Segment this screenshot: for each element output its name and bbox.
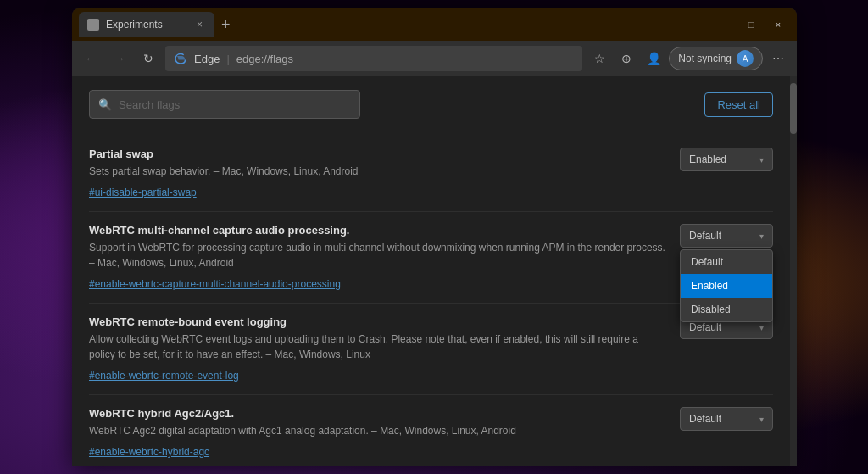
close-button[interactable]: ×: [766, 15, 790, 34]
flag-control: Default ▾ Default Enabled Disabled: [680, 224, 773, 248]
flag-item: Partial swap Sets partial swap behavior.…: [89, 136, 773, 212]
chevron-down-icon: ▾: [760, 415, 764, 424]
favorites-icon[interactable]: ☆: [587, 47, 611, 70]
maximize-button[interactable]: □: [739, 15, 763, 34]
address-separator: |: [226, 53, 229, 65]
reset-all-button[interactable]: Reset all: [704, 92, 773, 117]
flag-info: WebRTC hybrid Agc2/Agc1. WebRTC Agc2 dig…: [89, 407, 666, 459]
sync-button-label: Not syncing: [678, 53, 732, 64]
flag-link[interactable]: #enable-webrtc-remote-event-log: [89, 370, 239, 382]
flag-info: WebRTC remote-bound event logging Allow …: [89, 315, 666, 382]
chevron-down-icon: ▾: [760, 323, 764, 332]
flag-name: WebRTC remote-bound event logging: [89, 315, 666, 328]
select-value: Default: [689, 413, 753, 425]
navigation-bar: ← → ↻ Edge | edge://flags ☆ ⊕ 👤 Not sync…: [72, 41, 797, 76]
settings-more-button[interactable]: ⋯: [766, 47, 790, 70]
tab-title: Experiments: [106, 19, 186, 31]
refresh-button[interactable]: ↻: [136, 47, 160, 70]
tab-close-button[interactable]: ×: [193, 17, 206, 32]
flag-desc: WebRTC Agc2 digital adaptation with Agc1…: [89, 423, 666, 438]
flag-select-button[interactable]: Default ▾: [680, 407, 773, 431]
address-url: edge://flags: [236, 53, 293, 65]
scrollbar-track: [790, 76, 797, 466]
flag-link[interactable]: #enable-webrtc-capture-multi-channel-aud…: [89, 278, 341, 290]
active-tab[interactable]: Experiments ×: [79, 12, 214, 37]
flag-link[interactable]: #enable-webrtc-hybrid-agc: [89, 446, 209, 458]
flag-select-button[interactable]: Default ▾: [680, 224, 773, 248]
scrollbar-thumb[interactable]: [790, 83, 797, 134]
edge-logo-icon: [174, 52, 187, 65]
flag-name: WebRTC multi-channel capture audio proce…: [89, 224, 666, 237]
select-value: Default: [689, 321, 753, 333]
select-value: Default: [689, 230, 753, 242]
flag-desc: Allow collecting WebRTC event logs and u…: [89, 332, 666, 362]
search-wrapper: 🔍: [89, 90, 360, 119]
select-value: Enabled: [689, 153, 753, 165]
flag-select-button[interactable]: Enabled ▾: [680, 148, 773, 171]
profile-icon[interactable]: 👤: [642, 47, 665, 70]
flag-control: Enabled ▾: [680, 148, 773, 171]
flag-desc: Support in WebRTC for processing capture…: [89, 240, 666, 270]
flag-desc: Sets partial swap behavior. – Mac, Windo…: [89, 164, 666, 179]
flag-name: Partial swap: [89, 148, 666, 160]
flag-info: WebRTC multi-channel capture audio proce…: [89, 224, 666, 291]
nav-icons: ☆ ⊕ 👤 Not syncing A ⋯: [587, 47, 790, 70]
dropdown-option-enabled[interactable]: Enabled: [681, 274, 772, 298]
browser-brand: Edge: [194, 53, 220, 65]
minimize-button[interactable]: −: [712, 15, 736, 34]
flag-link[interactable]: #ui-disable-partial-swap: [89, 187, 197, 198]
chevron-down-icon: ▾: [760, 155, 764, 165]
search-bar-row: 🔍 Reset all: [89, 90, 773, 119]
page-content: 🔍 Reset all Partial swap Sets partial sw…: [72, 76, 797, 466]
forward-button[interactable]: →: [108, 47, 131, 70]
dropdown-option-default[interactable]: Default: [681, 250, 772, 274]
flag-item: WebRTC hybrid Agc2/Agc1. WebRTC Agc2 dig…: [89, 395, 773, 466]
sync-button[interactable]: Not syncing A: [669, 47, 763, 70]
new-tab-button[interactable]: +: [214, 16, 237, 34]
flag-item: WebRTC remote-bound event logging Allow …: [89, 304, 773, 395]
search-input[interactable]: [119, 98, 351, 111]
flags-main-content: 🔍 Reset all Partial swap Sets partial sw…: [72, 76, 790, 466]
browser-window: Experiments × + − □ × ← → ↻ Edge | edge:…: [72, 8, 797, 466]
flag-name: WebRTC hybrid Agc2/Agc1.: [89, 407, 666, 420]
collections-icon[interactable]: ⊕: [615, 47, 638, 70]
back-button[interactable]: ←: [79, 47, 103, 70]
dropdown-menu: Default Enabled Disabled: [680, 249, 773, 322]
title-bar: Experiments × + − □ ×: [72, 8, 797, 41]
search-icon: 🔍: [98, 98, 112, 111]
flag-info: Partial swap Sets partial swap behavior.…: [89, 148, 666, 199]
flag-control: Default ▾: [680, 407, 773, 431]
tab-area: Experiments × +: [79, 12, 712, 37]
address-bar[interactable]: Edge | edge://flags: [165, 46, 582, 71]
window-controls: − □ ×: [712, 15, 790, 34]
tab-favicon: [87, 19, 99, 31]
chevron-down-icon: ▾: [760, 231, 764, 241]
flag-item: WebRTC multi-channel capture audio proce…: [89, 212, 773, 304]
avatar: A: [737, 50, 754, 67]
dropdown-option-disabled[interactable]: Disabled: [681, 298, 772, 321]
